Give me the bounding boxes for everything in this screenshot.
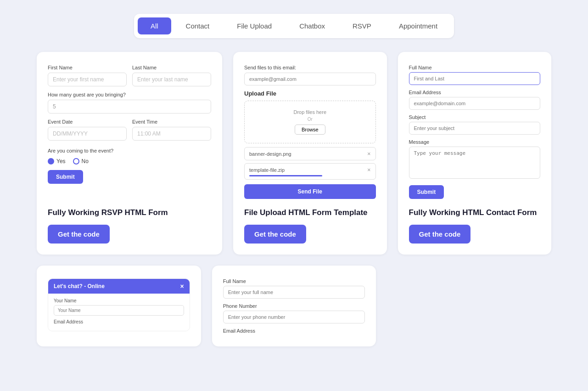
- first-name-label: First Name: [48, 65, 127, 70]
- message-textarea[interactable]: [409, 147, 541, 179]
- first-name-group: First Name: [48, 65, 127, 86]
- appt-phone-label: Phone Number: [223, 303, 365, 309]
- event-date-group: Event Date: [48, 119, 127, 141]
- full-name-label: Full Name: [409, 65, 541, 70]
- appt-email-label: Email Address: [223, 328, 365, 334]
- tab-all[interactable]: All: [138, 17, 171, 34]
- appointment-card: Full Name Phone Number Email Address: [212, 266, 376, 346]
- or-text: Or: [253, 117, 367, 122]
- chat-header-text: Let's chat? - Online: [54, 283, 105, 289]
- chat-close-icon[interactable]: ×: [180, 283, 184, 290]
- file1-name: banner-design.png: [249, 151, 291, 157]
- contact-preview: Full Name Email Address Subject Message …: [409, 65, 541, 199]
- no-radio[interactable]: No: [73, 158, 89, 164]
- subject-label: Subject: [409, 114, 541, 120]
- appointment-form-preview: Full Name Phone Number Email Address: [223, 278, 365, 334]
- filter-tabs: All Contact File Upload Chatbox RSVP App…: [134, 14, 454, 38]
- file-upload-card: Send files to this email: Upload File Dr…: [233, 52, 387, 255]
- empty-slot: [387, 266, 551, 346]
- rsvp-preview: First Name Last Name How many guest are …: [48, 65, 211, 199]
- filter-bar: All Contact File Upload Chatbox RSVP App…: [0, 0, 588, 52]
- second-row: Let's chat? - Online × Your Name Email A…: [0, 266, 588, 365]
- tab-appointment[interactable]: Appointment: [386, 17, 450, 34]
- appt-full-name-label: Full Name: [223, 278, 365, 284]
- event-date-input[interactable]: [48, 127, 127, 141]
- guests-label: How many guest are you bringing?: [48, 92, 211, 97]
- chat-name-label: Your Name: [54, 298, 184, 303]
- drop-zone[interactable]: Drop files here Or Browse: [244, 101, 376, 143]
- file1-remove-button[interactable]: ×: [367, 150, 371, 157]
- rsvp-get-code-button[interactable]: Get the code: [48, 225, 110, 244]
- chatbox-card: Let's chat? - Online × Your Name Email A…: [37, 266, 201, 346]
- appt-phone-input[interactable]: [223, 311, 365, 323]
- tab-chatbox[interactable]: Chatbox: [286, 17, 338, 34]
- event-time-group: Event Time: [132, 119, 211, 141]
- file2-progress: [249, 175, 322, 176]
- file-upload-card-title: File Upload HTML Form Template: [244, 208, 376, 217]
- file-upload-get-code-button[interactable]: Get the code: [244, 225, 306, 244]
- yes-label: Yes: [56, 158, 66, 164]
- last-name-group: Last Name: [132, 65, 211, 86]
- guests-group: How many guest are you bringing?: [48, 92, 211, 113]
- send-email-label: Send files to this email:: [244, 65, 376, 70]
- file2-remove-button[interactable]: ×: [367, 166, 371, 173]
- email-address-input[interactable]: [409, 97, 541, 110]
- full-name-input[interactable]: [409, 72, 541, 85]
- no-radio-dot: [73, 158, 79, 164]
- appt-full-name-input[interactable]: [223, 286, 365, 299]
- contact-card-title: Fully Working HTML Contact Form: [409, 208, 541, 217]
- rsvp-card-title: Fully Working RSVP HTML Form: [48, 208, 211, 217]
- event-time-label: Event Time: [132, 119, 211, 125]
- guests-input[interactable]: [48, 100, 211, 113]
- last-name-input[interactable]: [132, 73, 211, 86]
- message-label: Message: [409, 139, 541, 145]
- file-item-2: template-file.zip ×: [244, 163, 376, 180]
- chat-header: Let's chat? - Online ×: [48, 279, 190, 294]
- send-email-input[interactable]: [244, 73, 376, 85]
- email-address-label: Email Address: [409, 90, 541, 95]
- browse-button[interactable]: Browse: [295, 125, 325, 135]
- yes-radio[interactable]: Yes: [48, 158, 66, 164]
- coming-label: Are you coming to the event?: [48, 148, 113, 153]
- no-label: No: [82, 158, 89, 164]
- drop-text: Drop files here: [253, 109, 367, 115]
- contact-card: Full Name Email Address Subject Message …: [398, 52, 552, 255]
- chat-name-input[interactable]: [54, 305, 184, 316]
- tab-contact[interactable]: Contact: [173, 17, 223, 34]
- subject-input[interactable]: [409, 122, 541, 135]
- upload-title: Upload File: [244, 90, 376, 97]
- contact-get-code-button[interactable]: Get the code: [409, 225, 471, 244]
- last-name-label: Last Name: [132, 65, 211, 70]
- chat-email-label: Email Address: [54, 319, 184, 324]
- tab-file-upload[interactable]: File Upload: [224, 17, 285, 34]
- file-item-1: banner-design.png ×: [244, 147, 376, 160]
- radio-group: Yes No: [48, 158, 211, 164]
- file2-name: template-file.zip: [249, 167, 285, 173]
- tab-rsvp[interactable]: RSVP: [340, 17, 384, 34]
- first-name-input[interactable]: [48, 73, 127, 86]
- rsvp-card: First Name Last Name How many guest are …: [37, 52, 222, 255]
- chat-widget: Let's chat? - Online × Your Name Email A…: [48, 278, 190, 331]
- file-upload-preview: Send files to this email: Upload File Dr…: [244, 65, 376, 199]
- rsvp-submit-button[interactable]: Submit: [48, 170, 83, 184]
- coming-question: Are you coming to the event? Yes No: [48, 146, 211, 164]
- cards-grid: First Name Last Name How many guest are …: [0, 52, 588, 266]
- contact-submit-button[interactable]: Submit: [409, 185, 444, 199]
- event-time-input[interactable]: [132, 127, 211, 141]
- yes-radio-dot: [48, 158, 54, 164]
- chat-body: Your Name Email Address: [48, 294, 190, 331]
- send-file-button[interactable]: Send File: [244, 184, 376, 199]
- event-date-label: Event Date: [48, 119, 127, 125]
